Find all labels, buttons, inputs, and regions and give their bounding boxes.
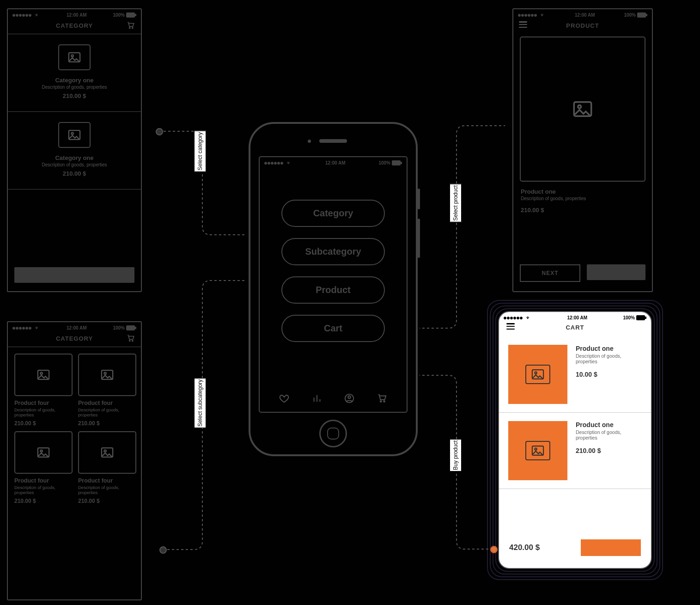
image-placeholder-icon <box>58 122 91 148</box>
item-desc: Description of goods, properties <box>15 162 134 167</box>
label-select-subcategory: Select subcategory <box>194 378 206 428</box>
signal-icon: ●●●●●● ᯤ <box>12 12 40 18</box>
item-desc: Description of goods, properties <box>78 485 134 495</box>
heart-icon[interactable] <box>279 393 289 405</box>
signal-icon: ●●●●●● ᯤ <box>12 325 40 330</box>
item-price: 210.00 $ <box>14 420 71 427</box>
cart-item[interactable]: Product one Description of goods, proper… <box>499 336 651 413</box>
screen-title: PRODUCT <box>566 22 599 29</box>
status-bar: ●●●●●● ᯤ 12:00 AM 100% <box>8 322 141 332</box>
nav-subcategory-button[interactable]: Subcategory <box>281 238 385 265</box>
product-price: 210.00 $ <box>521 207 645 214</box>
status-time: 12:00 AM <box>67 12 87 18</box>
label-select-category: Select category <box>194 131 206 172</box>
label-buy-product: Buy product <box>450 439 462 471</box>
svg-rect-9 <box>135 327 136 329</box>
item-desc: Description of goods, properties <box>576 429 631 440</box>
item-desc: Description of goods, properties <box>14 407 71 417</box>
flow-node <box>156 128 163 135</box>
primary-button[interactable] <box>14 267 134 283</box>
screen-header: CART <box>499 322 651 336</box>
battery-icon: 100% <box>623 315 646 320</box>
product-cell[interactable]: Product four Description of goods, prope… <box>14 431 71 504</box>
status-time: 12:00 AM <box>567 315 588 320</box>
product-cell[interactable]: Product four Description of goods, prope… <box>78 354 134 427</box>
product-cell[interactable]: Product four Description of goods, prope… <box>14 354 71 427</box>
nav-category-button[interactable]: Category <box>281 200 385 227</box>
cart-thumb <box>508 421 567 480</box>
menu-icon[interactable] <box>519 21 527 28</box>
label-select-product: Select product <box>450 184 462 222</box>
category-item[interactable]: Category one Description of goods, prope… <box>8 34 141 112</box>
status-bar: ●●●●●● ᯤ 12:00 AM 100% <box>513 9 652 19</box>
item-title: Product four <box>14 477 71 484</box>
image-placeholder-icon <box>78 354 136 396</box>
battery-icon: 100% <box>113 325 136 330</box>
buy-button[interactable] <box>587 264 645 280</box>
item-title: Product four <box>14 400 71 406</box>
main-device: ●●●●●● ᯤ 12:00 AM 100% Category Subcateg… <box>249 122 418 456</box>
screen-cart: ●●●●●● ᯤ 12:00 AM 100% CART Product one … <box>498 311 652 569</box>
cart-icon[interactable] <box>126 21 135 31</box>
item-price: 210.00 $ <box>78 498 134 504</box>
image-placeholder-icon <box>78 431 136 474</box>
item-desc: Description of goods, properties <box>576 353 631 364</box>
stats-icon[interactable] <box>312 393 322 405</box>
svg-rect-0 <box>126 12 135 18</box>
svg-rect-24 <box>392 160 401 165</box>
status-time: 12:00 AM <box>67 325 87 330</box>
cart-icon[interactable] <box>377 393 387 405</box>
svg-rect-31 <box>645 317 646 319</box>
svg-point-35 <box>535 448 536 450</box>
screen-category: ●●●●●● ᯤ 12:00 AM 100% CATEGORY Category… <box>7 8 142 292</box>
flow-node <box>159 546 167 554</box>
screen-product: ●●●●●● ᯤ 12:00 AM 100% PRODUCT Product o… <box>512 8 653 292</box>
product-cell[interactable]: Product four Description of goods, prope… <box>78 431 134 504</box>
svg-point-33 <box>535 372 536 374</box>
checkout-button[interactable] <box>581 539 641 556</box>
status-time: 12:00 AM <box>325 160 346 165</box>
svg-rect-1 <box>135 14 136 16</box>
svg-point-28 <box>380 401 382 402</box>
screen-header: CATEGORY <box>8 332 141 347</box>
product-desc: Description of goods, properties <box>521 196 645 201</box>
status-bar: ●●●●●● ᯤ 12:00 AM 100% <box>8 9 141 19</box>
menu-icon[interactable] <box>506 323 515 330</box>
cart-item[interactable]: Product one Description of goods, proper… <box>499 413 651 489</box>
cart-icon[interactable] <box>126 334 135 344</box>
item-price: 210.00 $ <box>576 447 631 454</box>
next-button[interactable]: NEXT <box>520 264 580 282</box>
screen-subcategory: ●●●●●● ᯤ 12:00 AM 100% CATEGORY Product … <box>7 321 142 600</box>
screen-title: CATEGORY <box>56 22 93 29</box>
nav-product-button[interactable]: Product <box>281 276 385 304</box>
screen-title: CART <box>566 324 584 331</box>
battery-icon: 100% <box>113 12 136 18</box>
home-button[interactable] <box>319 420 347 447</box>
item-title: Product one <box>576 421 631 428</box>
item-price: 210.00 $ <box>14 498 71 504</box>
item-title: Product four <box>78 477 134 484</box>
svg-point-17 <box>40 450 42 452</box>
screen-cart-stack: ●●●●●● ᯤ 12:00 AM 100% CART Product one … <box>498 311 652 569</box>
svg-point-3 <box>132 27 133 28</box>
svg-point-15 <box>104 373 106 374</box>
item-desc: Description of goods, properties <box>78 407 134 417</box>
cart-footer: 420.00 $ <box>499 531 651 568</box>
nav-cart-button[interactable]: Cart <box>281 315 385 342</box>
svg-rect-21 <box>646 14 647 16</box>
svg-point-29 <box>383 401 385 402</box>
item-price: 210.00 $ <box>15 92 134 99</box>
svg-point-5 <box>71 55 73 57</box>
svg-rect-20 <box>637 12 646 18</box>
category-item[interactable]: Category one Description of goods, prope… <box>8 112 141 189</box>
status-time: 12:00 AM <box>575 12 595 18</box>
svg-point-11 <box>132 340 133 341</box>
item-title: Product one <box>576 345 631 352</box>
battery-icon: 100% <box>378 160 402 165</box>
svg-rect-25 <box>401 162 402 164</box>
side-button <box>418 219 420 258</box>
image-placeholder-icon <box>525 365 550 384</box>
profile-icon[interactable] <box>344 393 354 405</box>
image-placeholder-icon <box>525 441 550 460</box>
svg-point-13 <box>40 373 42 374</box>
